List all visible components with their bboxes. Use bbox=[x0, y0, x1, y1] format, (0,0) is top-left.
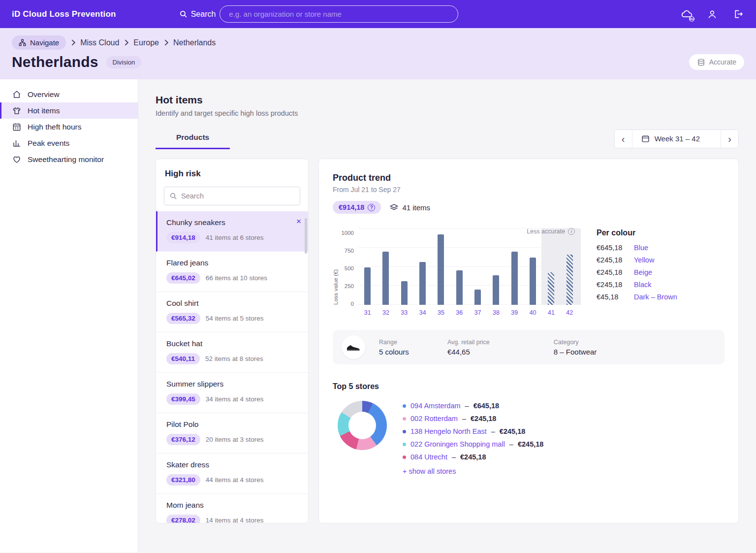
store-link[interactable]: 022 Groningen Shopping mall bbox=[410, 440, 505, 448]
item-meta: 54 items at 5 stores bbox=[206, 315, 264, 322]
breadcrumb-band: Navigate Miss Cloud Europe Netherlands N… bbox=[0, 28, 756, 79]
sidebar-item-high-theft-hours[interactable]: High theft hours bbox=[0, 119, 138, 135]
page-title: Netherlands bbox=[12, 54, 98, 70]
x-tick-31: 31 bbox=[358, 309, 377, 316]
product-trend-panel: Product trend From Jul 21 to Sep 27 €914… bbox=[318, 159, 739, 523]
page-header: Netherlands Division Accurate bbox=[12, 54, 744, 70]
bar-week-37 bbox=[469, 228, 487, 305]
legend-dot bbox=[403, 404, 406, 408]
close-icon[interactable]: × bbox=[296, 217, 301, 226]
y-axis-ticks: 10007505002500 bbox=[341, 228, 358, 305]
bar-week-39 bbox=[505, 228, 524, 305]
list-item-summer-slippers[interactable]: Summer slippers €399,45 34 items at 4 st… bbox=[156, 373, 308, 413]
help-icon[interactable]: ? bbox=[368, 204, 375, 211]
breadcrumb-item-division[interactable]: Netherlands bbox=[173, 38, 216, 47]
loss-value-badge: €914,18 bbox=[166, 232, 200, 243]
scrollbar-thumb[interactable] bbox=[305, 218, 307, 254]
database-icon bbox=[697, 59, 705, 66]
logout-icon[interactable] bbox=[731, 8, 744, 21]
layers-icon bbox=[390, 203, 398, 212]
colour-link[interactable]: Beige bbox=[634, 268, 652, 276]
product-thumbnail bbox=[342, 335, 365, 359]
previous-week-button[interactable]: ‹ bbox=[615, 130, 632, 148]
x-tick-39: 39 bbox=[505, 309, 524, 316]
stores-donut-chart bbox=[338, 401, 387, 450]
x-tick-36: 36 bbox=[450, 309, 469, 316]
loss-value-badge: €645,02 bbox=[166, 272, 200, 284]
user-icon[interactable] bbox=[706, 8, 719, 21]
x-tick-32: 32 bbox=[377, 309, 395, 316]
list-item-bucket-hat[interactable]: Bucket hat €540,11 52 items at 8 stores bbox=[156, 332, 308, 373]
sidebar-item-sweethearting-monitor[interactable]: Sweethearting monitor bbox=[0, 151, 138, 167]
bar-week-35 bbox=[432, 228, 450, 305]
navigate-button[interactable]: Navigate bbox=[12, 35, 66, 50]
accuracy-button[interactable]: Accurate bbox=[689, 54, 744, 70]
search-label: Search bbox=[179, 10, 216, 19]
colour-link[interactable]: Black bbox=[634, 281, 651, 289]
bar-week-38 bbox=[487, 228, 505, 305]
item-meta: 52 items at 8 stores bbox=[205, 355, 263, 362]
topbar-actions: EU bbox=[680, 8, 744, 21]
per-colour-title: Per colour bbox=[597, 228, 677, 237]
bar-week-40 bbox=[524, 228, 542, 305]
sidebar-item-hot-items[interactable]: Hot items bbox=[0, 102, 138, 119]
store-link[interactable]: 094 Amsterdam bbox=[410, 402, 461, 410]
search-icon bbox=[169, 192, 177, 200]
x-tick-35: 35 bbox=[432, 309, 450, 316]
store-link[interactable]: 084 Utrecht bbox=[410, 453, 447, 461]
next-week-button[interactable]: › bbox=[721, 130, 738, 148]
tshirt-icon bbox=[12, 106, 21, 115]
division-badge: Division bbox=[106, 56, 142, 68]
colour-link[interactable]: Dark – Brown bbox=[634, 293, 677, 301]
bar-week-36 bbox=[450, 228, 469, 305]
store-row: 094 Amsterdam – €645,18 bbox=[403, 402, 543, 410]
list-item-pilot-polo[interactable]: Pilot Polo €376,12 20 items at 3 stores bbox=[156, 413, 308, 454]
store-link[interactable]: 002 Rotterdam bbox=[410, 415, 458, 423]
bar-chart-plot: Less accurate i bbox=[358, 228, 579, 305]
item-meta: 14 items at 4 stores bbox=[206, 517, 264, 523]
bar-chart-icon bbox=[12, 139, 21, 148]
week-range-selector[interactable]: Week 31 – 42 bbox=[632, 130, 721, 148]
store-value: €245,18 bbox=[500, 427, 525, 435]
bar-week-33 bbox=[395, 228, 413, 305]
sidebar-item-label: High theft hours bbox=[28, 123, 81, 131]
cloud-eu-icon[interactable]: EU bbox=[680, 8, 693, 21]
item-meta: 66 items at 10 stores bbox=[206, 274, 267, 282]
calendar-grid-icon bbox=[12, 123, 21, 131]
list-item-cool-shirt[interactable]: Cool shirt €565,32 54 items at 5 stores bbox=[156, 292, 308, 332]
section-title: Hot items bbox=[156, 94, 739, 106]
sidebar-item-label: Hot items bbox=[28, 106, 60, 115]
y-tick-1000: 1000 bbox=[341, 230, 354, 236]
global-search-input[interactable] bbox=[220, 5, 458, 23]
sidebar-item-peak-events[interactable]: Peak events bbox=[0, 135, 138, 151]
sidebar-item-label: Peak events bbox=[28, 139, 69, 148]
list-item-skater-dress[interactable]: Skater dress €321,80 44 items at 4 store… bbox=[156, 454, 308, 494]
topbar: iD Cloud Loss Prevention Search EU bbox=[0, 0, 756, 28]
colour-link[interactable]: Blue bbox=[634, 244, 648, 252]
chevron-right-icon bbox=[124, 39, 128, 46]
bar-week-31 bbox=[358, 228, 377, 305]
sidebar-item-overview[interactable]: Overview bbox=[0, 86, 138, 102]
high-risk-search-input[interactable] bbox=[181, 192, 295, 200]
list-item-chunky-sneakers[interactable]: Chunky sneakers × €914,18 41 items at 6 … bbox=[156, 211, 308, 252]
top-stores-title: Top 5 stores bbox=[333, 382, 724, 391]
chevron-right-icon bbox=[164, 39, 168, 46]
breadcrumb-item-region[interactable]: Europe bbox=[133, 38, 159, 47]
breadcrumb-item-organization[interactable]: Miss Cloud bbox=[80, 38, 119, 47]
y-axis-label: Loss value (€) bbox=[333, 228, 339, 305]
tab-products[interactable]: Products bbox=[156, 128, 230, 149]
colour-link[interactable]: Yellow bbox=[634, 256, 654, 264]
y-tick-500: 500 bbox=[345, 266, 354, 272]
per-colour-legend: Per colour €645,18Blue €245,18Yellow €24… bbox=[597, 228, 677, 316]
list-item-mom-jeans[interactable]: Mom jeans €278,02 14 items at 4 stores bbox=[156, 494, 308, 523]
store-row: 022 Groningen Shopping mall – €245,18 bbox=[403, 440, 543, 448]
x-tick-37: 37 bbox=[469, 309, 487, 316]
heart-icon bbox=[12, 155, 21, 164]
x-tick-34: 34 bbox=[413, 309, 432, 316]
x-axis-labels: 313233343536373839404142 bbox=[358, 309, 579, 316]
list-item-flared-jeans[interactable]: Flared jeans €645,02 66 items at 10 stor… bbox=[156, 252, 308, 292]
info-icon[interactable]: i bbox=[568, 228, 575, 235]
bar-week-34 bbox=[413, 228, 432, 305]
show-all-stores-link[interactable]: + show all stores bbox=[403, 467, 543, 475]
store-link[interactable]: 138 Hengelo North East bbox=[410, 427, 487, 435]
